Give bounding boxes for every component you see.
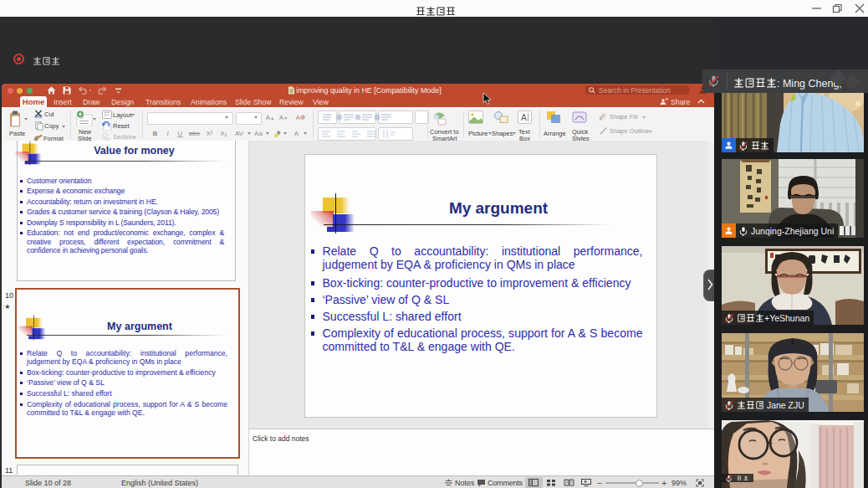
svg-text:A: A	[521, 113, 527, 122]
